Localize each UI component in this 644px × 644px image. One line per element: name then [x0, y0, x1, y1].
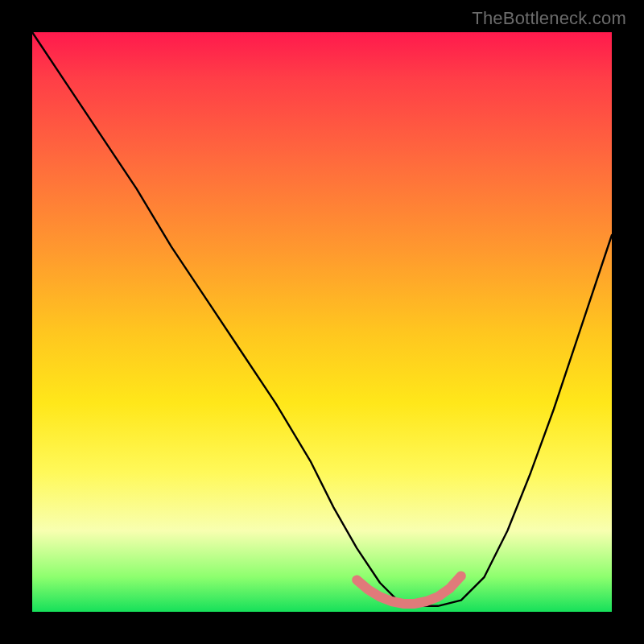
watermark-text: TheBottleneck.com	[472, 8, 626, 29]
plot-area	[32, 32, 612, 612]
chart-svg	[32, 32, 612, 612]
valley-marker-line	[357, 576, 461, 604]
chart-frame: TheBottleneck.com	[0, 0, 644, 644]
bottleneck-curve-line	[32, 32, 612, 606]
